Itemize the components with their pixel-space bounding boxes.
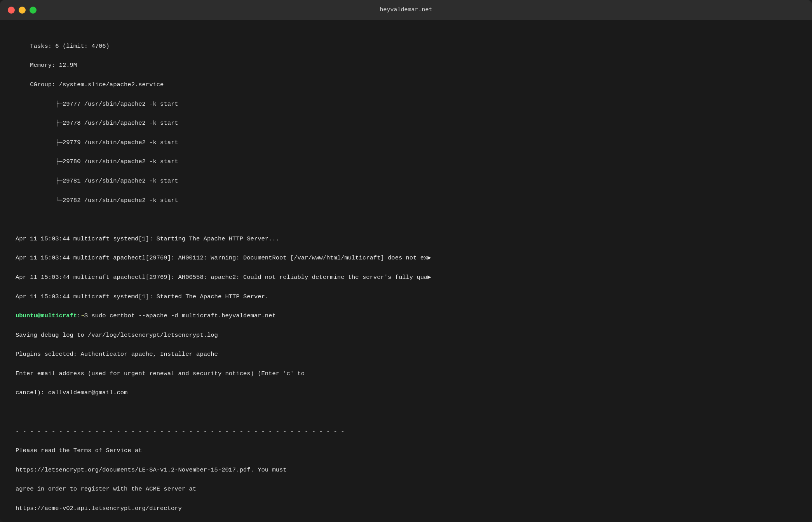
line-log1: Apr 11 15:03:44 multicraft systemd[1]: S… — [16, 234, 796, 244]
terminal-window: heyvaldemar.net Tasks: 6 (limit: 4706) M… — [0, 0, 812, 522]
close-button[interactable] — [8, 7, 15, 14]
line-pid5: ├─29781 /usr/sbin/apache2 -k start — [16, 176, 796, 186]
line-tasks: Tasks: 6 (limit: 4706) — [16, 42, 796, 51]
window-title: heyvaldemar.net — [380, 6, 432, 15]
line-cancel: cancel): callvaldemar@gmail.com — [16, 388, 796, 398]
line-pid2: ├─29778 /usr/sbin/apache2 -k start — [16, 118, 796, 128]
line-log3: Apr 11 15:03:44 multicraft apachectl[297… — [16, 273, 796, 282]
line-pid1: ├─29777 /usr/sbin/apache2 -k start — [16, 99, 796, 109]
line-pid3: ├─29779 /usr/sbin/apache2 -k start — [16, 138, 796, 148]
traffic-lights — [8, 7, 37, 14]
line-empty1 — [16, 215, 796, 224]
terminal-body[interactable]: Tasks: 6 (limit: 4706) Memory: 12.9M CGr… — [0, 20, 812, 522]
line-cgroup: CGroup: /system.slice/apache2.service — [16, 80, 796, 90]
line-dash1: - - - - - - - - - - - - - - - - - - - - … — [16, 427, 796, 437]
titlebar: heyvaldemar.net — [0, 0, 812, 20]
line-please-read: Please read the Terms of Service at — [16, 446, 796, 456]
line-plugins: Plugins selected: Authenticator apache, … — [16, 350, 796, 359]
line-acme-url: https://acme-v02.api.letsencrypt.org/dir… — [16, 504, 796, 513]
line-pid6: └─29782 /usr/sbin/apache2 -k start — [16, 196, 796, 205]
line-log2: Apr 11 15:03:44 multicraft apachectl[297… — [16, 253, 796, 263]
line-enter-email: Enter email address (used for urgent ren… — [16, 369, 796, 379]
line-log4: Apr 11 15:03:44 multicraft systemd[1]: S… — [16, 292, 796, 302]
line-saving: Saving debug log to /var/log/letsencrypt… — [16, 331, 796, 340]
line-prompt: ubuntu@multicraft:~$ sudo certbot --apac… — [16, 311, 796, 321]
line-agree: agree in order to register with the ACME… — [16, 484, 796, 494]
line-tos-url: https://letsencrypt.org/documents/LE-SA-… — [16, 465, 796, 475]
minimize-button[interactable] — [19, 7, 26, 14]
line-memory: Memory: 12.9M — [16, 61, 796, 70]
line-pid4: ├─29780 /usr/sbin/apache2 -k start — [16, 157, 796, 167]
line-empty2 — [16, 407, 796, 417]
maximize-button[interactable] — [30, 7, 37, 14]
